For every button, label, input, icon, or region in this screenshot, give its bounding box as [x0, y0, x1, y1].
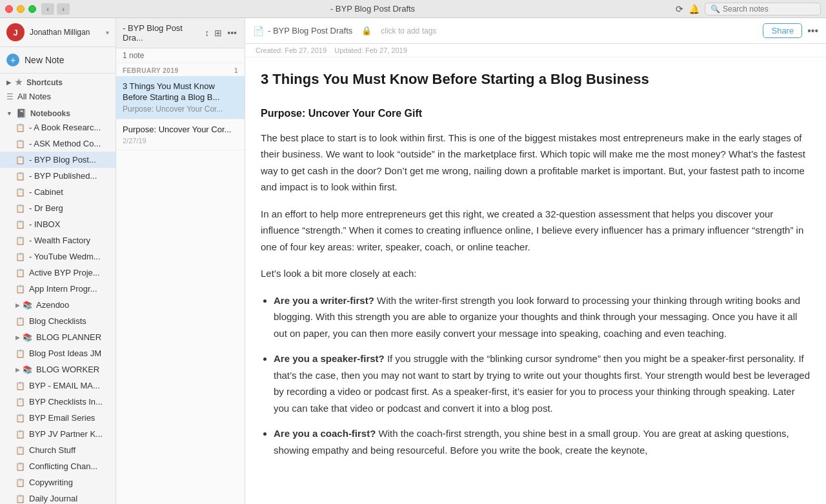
note-item-date: 2/27/19: [123, 137, 238, 145]
note-item[interactable]: Purpose: Uncover Your Cor...2/27/19: [116, 119, 245, 150]
nav-buttons[interactable]: ‹ ›: [41, 3, 70, 15]
paragraph: In an effort to help more entrepreneurs …: [261, 206, 811, 256]
notebook-icon: 📋: [15, 462, 25, 471]
sidebar-notebook-blog-post-ideas[interactable]: 📋Blog Post Ideas JM: [0, 345, 116, 361]
group-label: FEBRUARY 2019: [123, 67, 179, 74]
sidebar-notebook-inbox[interactable]: 📋- INBOX: [0, 216, 116, 232]
forward-button[interactable]: ›: [57, 3, 70, 15]
bullet-heading: Are you a coach-first?: [274, 428, 379, 439]
notebook-label: - YouTube Wedm...: [29, 252, 109, 261]
note-item[interactable]: 3 Things You Must Know Before Starting a…: [116, 76, 245, 119]
notebooks-icon: 📓: [16, 108, 26, 118]
sidebar-notebook-copywriting[interactable]: 📋Copywriting: [0, 474, 116, 490]
note-group-header: FEBRUARY 2019 1: [116, 63, 245, 76]
sort-button[interactable]: ↕: [203, 26, 210, 39]
notebook-label: Church Stuff: [29, 445, 109, 455]
note-items: 3 Things You Must Know Before Starting a…: [116, 76, 245, 150]
sidebar-notebook-byp-email-ma[interactable]: 📋BYP - EMAIL MA...: [0, 378, 116, 394]
search-bar[interactable]: 🔍: [705, 3, 821, 15]
sidebar-notebook-wealth-factory[interactable]: 📋- Wealth Factory: [0, 232, 116, 248]
all-notes-item[interactable]: ☰ All Notes: [0, 88, 116, 105]
sidebar-notebook-daily-journal[interactable]: 📋Daily Journal: [0, 490, 116, 504]
note-list-title: - BYP Blog Post Dra...: [123, 23, 203, 43]
close-button[interactable]: [5, 5, 13, 13]
editor-toolbar: 📄 - BYP Blog Post Drafts 🔒 click to add …: [245, 18, 826, 44]
notebook-icon: 📋: [15, 381, 25, 390]
notebook-label: App Intern Progr...: [29, 284, 109, 294]
tags-hint[interactable]: click to add tags: [381, 26, 436, 35]
note-list-more-button[interactable]: •••: [226, 26, 238, 39]
shortcuts-section[interactable]: ▶ ★ Shortcuts: [0, 74, 116, 88]
user-row[interactable]: J Jonathan Milligan ▾: [0, 18, 116, 47]
new-note-button[interactable]: + New Note: [0, 47, 116, 74]
back-button[interactable]: ‹: [41, 3, 54, 15]
sidebar-notebook-ask-method[interactable]: 📋- ASK Method Co...: [0, 136, 116, 152]
sync-icon[interactable]: ⟳: [676, 4, 683, 14]
notebook-label: Daily Journal: [29, 494, 109, 503]
sidebar-notebook-active-byp[interactable]: 📋Active BYP Proje...: [0, 265, 116, 281]
search-input[interactable]: [723, 5, 815, 14]
all-notes-label: All Notes: [17, 92, 109, 101]
user-name: Jonathan Milligan: [30, 28, 106, 37]
sidebar-notebook-book-research[interactable]: 📋- A Book Researc...: [0, 119, 116, 136]
note-item-preview: Purpose: Uncover Your Cor...: [123, 105, 238, 114]
sidebar-notebook-church-stuff[interactable]: 📋Church Stuff: [0, 442, 116, 458]
editor-more-button[interactable]: •••: [807, 25, 818, 37]
shortcuts-chevron-icon: ▶: [6, 79, 11, 86]
sidebar-notebook-dr-berg[interactable]: 📋- Dr Berg: [0, 200, 116, 216]
sidebar-notebook-azendoo[interactable]: ▶ 📚Azendoo: [0, 297, 116, 313]
sidebar-notebook-blog-worker[interactable]: ▶ 📚BLOG WORKER: [0, 361, 116, 378]
sidebar-notebook-cabinet[interactable]: 📋- Cabinet: [0, 184, 116, 200]
note-list-panel: - BYP Blog Post Dra... ↕ ⊞ ••• 1 note FE…: [116, 18, 245, 504]
notebook-icon: 📋: [15, 494, 25, 503]
sidebar-notebook-byp-jv[interactable]: 📋BYP JV Partner K...: [0, 426, 116, 442]
sidebar-notebook-youtube[interactable]: 📋- YouTube Wedm...: [0, 248, 116, 265]
notebook-label: BYP JV Partner K...: [29, 429, 109, 439]
notebook-icon: 📋: [15, 398, 25, 407]
sidebar-notebook-byp-blog[interactable]: 📋- BYP Blog Post...: [0, 152, 116, 168]
notebook-icon: 📋: [15, 188, 25, 197]
lock-icon[interactable]: 🔒: [361, 26, 372, 35]
group-count: 1: [234, 67, 238, 74]
sidebar-notebook-byp-published[interactable]: 📋- BYP Published...: [0, 168, 116, 184]
note-body: Purpose: Uncover Your Core Gift The best…: [261, 105, 811, 459]
sidebar-notebook-blog-planner[interactable]: ▶ 📚BLOG PLANNER: [0, 329, 116, 345]
editor-meta: Created: Feb 27, 2019 Updated: Feb 27, 2…: [245, 44, 826, 57]
created-date: Created: Feb 27, 2019: [256, 46, 327, 54]
paragraphs: The best place to start is to look withi…: [261, 130, 811, 282]
notebook-label: BYP Checklists In...: [29, 397, 109, 407]
notebook-label: - A Book Researc...: [29, 123, 109, 132]
paragraph: The best place to start is to look withi…: [261, 130, 811, 196]
note-page-icon: 📄: [253, 26, 264, 36]
sidebar-notebook-byp-checklists-in[interactable]: 📋BYP Checklists In...: [0, 394, 116, 410]
notebook-icon: 📋: [15, 268, 25, 277]
notebook-label: - Dr Berg: [29, 203, 109, 213]
share-button[interactable]: Share: [763, 23, 802, 38]
notebook-label: Conflicting Chan...: [29, 461, 109, 471]
notebook-label: - INBOX: [29, 219, 109, 229]
sidebar: J Jonathan Milligan ▾ + New Note ▶ ★ Sho…: [0, 18, 116, 504]
notebook-icon: 📋: [15, 123, 25, 132]
notebook-icon: 📋: [15, 414, 25, 423]
notebook-icon: 📋: [15, 349, 25, 358]
window-controls[interactable]: [5, 5, 36, 13]
sidebar-notebook-app-intern[interactable]: 📋App Intern Progr...: [0, 281, 116, 297]
note-item-title: 3 Things You Must Know Before Starting a…: [123, 81, 238, 103]
maximize-button[interactable]: [28, 5, 36, 13]
sidebar-notebook-conflicting-chan[interactable]: 📋Conflicting Chan...: [0, 458, 116, 474]
note-item-title: Purpose: Uncover Your Cor...: [123, 125, 238, 136]
notebook-label: BLOG WORKER: [36, 365, 109, 374]
view-toggle-button[interactable]: ⊞: [213, 26, 223, 39]
bell-icon[interactable]: 🔔: [689, 4, 700, 14]
note-count: 1 note: [116, 48, 245, 63]
note-list-controls: ↕ ⊞ •••: [203, 26, 238, 39]
bullet-heading: Are you a writer-first?: [274, 295, 377, 306]
sidebar-notebook-byp-email-series[interactable]: 📋BYP Email Series: [0, 410, 116, 426]
notebooks-section[interactable]: ▼ 📓 Notebooks: [0, 105, 116, 119]
minimize-button[interactable]: [17, 5, 25, 13]
editor-content[interactable]: 3 Things You Must Know Before Starting a…: [245, 57, 826, 504]
sidebar-notebook-blog-checklists[interactable]: 📋Blog Checklists: [0, 313, 116, 329]
paragraph: Let’s look a bit more closely at each:: [261, 265, 811, 282]
notebooks-chevron-icon: ▼: [6, 110, 12, 117]
notebook-icon: 📋: [15, 252, 25, 261]
